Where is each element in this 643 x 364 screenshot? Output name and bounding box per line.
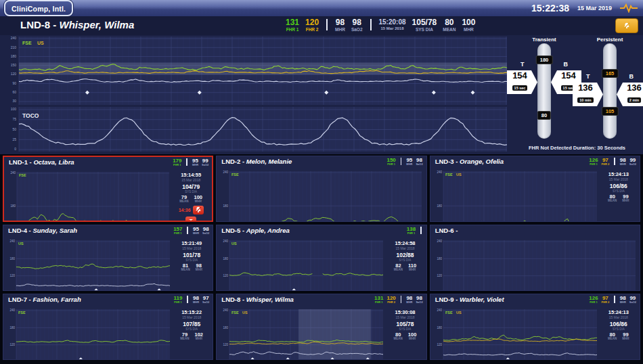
vital-mean: 82MEAN [394, 263, 403, 272]
svg-text:60: 60 [12, 90, 16, 94]
transient-title: Transient [511, 37, 577, 43]
svg-text:120: 120 [9, 274, 15, 277]
blood-pressure-label: SYS DIA [185, 190, 197, 194]
vitals-divider [186, 158, 187, 166]
svg-text:US: US [242, 311, 248, 315]
svg-text:120: 120 [9, 343, 15, 346]
patient-panel-lnd-5[interactable]: LND-5 - Apple, Andrea 138FHR 1 240180120… [216, 225, 426, 291]
patient-name: Whisper, Wilma [60, 19, 135, 30]
vital-mean: 80MEAN [394, 332, 403, 341]
svg-text:180: 180 [11, 54, 17, 58]
persistent-b-pointer[interactable]: 1362 min [617, 83, 643, 106]
alert-time: 14:36 [179, 208, 191, 212]
vitals-divider [370, 19, 372, 30]
patient-panel-lnd-1[interactable]: LND-1 - Octava, Libra 179FHR 195MHR99SaO… [3, 156, 213, 222]
panel-vitals: 126FHR 197FHR 298MHR99SaO2 [589, 296, 636, 304]
persistent-high-limit[interactable]: 165 [602, 69, 619, 78]
panel-vitals: 157FHR 195MHR98SaO2 [173, 227, 209, 235]
panel-header: LND-5 - Apple, Andrea 138FHR 1 [217, 225, 426, 238]
last-reading-time: 15:15:22 [181, 309, 202, 315]
panel-chart: 24018012060100500FSETOCO [5, 308, 172, 360]
title-separator: - [50, 19, 59, 30]
panel-title: LND-2 - Melon, Melanie [221, 158, 292, 165]
panel-chart: 24018012060100500USTOCO [218, 239, 385, 291]
vital-mean: 80MEAN [608, 194, 617, 203]
transient-low-limit[interactable]: 80 [537, 111, 551, 120]
persistent-limit-bar [603, 43, 617, 139]
vital-sao2: 97SaO2 [202, 296, 209, 304]
vital-sao2: 98SaO2 [351, 18, 363, 32]
main-trend-chart[interactable]: 2402101801501209060301007550250FSEUSTOCO [0, 35, 511, 154]
patient-panel-lnd-7[interactable]: LND-7 - Fashion, Farrah 119FHR 198MHR97S… [3, 294, 213, 360]
vitals-divider [401, 158, 402, 165]
svg-text:240: 240 [10, 171, 16, 175]
persistent-t-pointer[interactable]: 13610 min [573, 83, 603, 106]
vitals-divider [187, 227, 188, 234]
svg-text:50: 50 [12, 127, 16, 131]
svg-text:240: 240 [223, 170, 229, 174]
panel-chart: 24018012060100500USTOCO [5, 239, 172, 291]
persistent-b-label: B [629, 73, 634, 80]
vital-fhr-1: 150FHR 1 [386, 158, 395, 166]
persistent-title: Persistent [577, 37, 643, 43]
panel-info: 15:30:0815 Mar 2018105/78SYS DIA80MEAN10… [385, 308, 424, 360]
panel-info: 15:14:5515 Mar 2018104/79SYS DIA79MEAN10… [171, 170, 210, 222]
transient-high-limit[interactable]: 180 [536, 55, 553, 64]
clock: 15:22:38 [531, 3, 569, 14]
patient-panel-lnd-4[interactable]: LND-4 - Sunday, Sarah 157FHR 195MHR98SaO… [3, 225, 213, 291]
patient-header: LND-8 - Whisper, Wilma 131FHR 1120FHR 29… [0, 16, 643, 35]
patient-grid: LND-1 - Octava, Libra 179FHR 195MHR99SaO… [0, 154, 643, 364]
alarm-silence-button[interactable] [193, 206, 204, 214]
panel-vitals: 150FHR 195MHR98SaO2 [386, 158, 422, 166]
vital-fhr-2: 97FHR 2 [602, 158, 610, 166]
persistent-t-value: 136 [575, 84, 596, 92]
blood-pressure-label: SYS DIA [399, 327, 412, 331]
toco-button[interactable]: T [185, 217, 196, 222]
last-reading-date: 15 Mar 2018 [395, 315, 414, 319]
panel-title: LND-1 - Octava, Libra [9, 158, 74, 166]
logo[interactable]: CliniComp, Intl. [4, 0, 73, 16]
vital-sao2: 98SaO2 [416, 158, 422, 166]
vital-mhr: 98MHR [196, 263, 202, 272]
blood-pressure-label: SYS DIA [185, 327, 198, 331]
patient-panel-lnd-3[interactable]: LND-3 - Orange, Ofelia 126FHR 197FHR 298… [430, 156, 640, 222]
svg-text:120: 120 [437, 274, 442, 277]
svg-text:FSE: FSE [445, 173, 453, 177]
panel-header: LND-8 - Whisper, Wilma 131FHR 1120FHR 29… [217, 294, 426, 307]
vital-fhr-2: 97FHR 2 [602, 296, 610, 304]
vital-mhr: 99MHR [622, 332, 629, 341]
last-reading-date: 15 Mar 2018 [182, 246, 201, 250]
vital-mean: 79MEAN [180, 332, 189, 341]
vitals-divider [420, 227, 422, 234]
blood-pressure-value: 104/79 [182, 183, 200, 190]
patient-panel-lnd-9[interactable]: LND-9 - Warbler, Violet 126FHR 197FHR 29… [430, 294, 640, 360]
vital-sys-dia: 105/78SYS DIA [412, 18, 437, 32]
alarm-silence-button[interactable] [615, 18, 638, 33]
panel-header: LND-2 - Melon, Melanie 150FHR 195MHR98Sa… [217, 156, 426, 169]
vital-mean: 80MEAN [443, 18, 456, 32]
svg-text:240: 240 [9, 240, 15, 243]
vital-fhr-1: 126FHR 1 [589, 158, 598, 166]
vital-sao2: 99SaO2 [202, 158, 208, 167]
vital-fhr-1: 131FHR 1 [374, 296, 383, 304]
persistent-low-limit[interactable]: 105 [602, 107, 619, 116]
vital-fhr-2: 120FHR 2 [305, 18, 319, 32]
panel-title: LND-9 - Warbler, Violet [435, 296, 504, 303]
vital-mhr: 100MHR [194, 195, 203, 204]
svg-text:180: 180 [223, 257, 229, 260]
transient-t-pointer[interactable]: 15415 sec [507, 70, 537, 94]
svg-text:240: 240 [9, 309, 15, 312]
alarm-silenced-icon [194, 206, 202, 213]
patient-panel-lnd-6[interactable]: LND-6 - 24018012060100500 [430, 225, 640, 291]
patient-panel-lnd-2[interactable]: LND-2 - Melon, Melanie 150FHR 195MHR98Sa… [216, 156, 426, 222]
panel-vitals: 131FHR 1120FHR 298MHR98SaO2 [374, 296, 423, 304]
patient-panel-lnd-8[interactable]: LND-8 - Whisper, Wilma 131FHR 1120FHR 29… [216, 294, 426, 360]
persistent-limits: Persistent 165 105 T B 13610 min 1362 mi… [577, 35, 643, 154]
vital-sao2: 99SaO2 [629, 158, 636, 166]
vital-mhr: 99MHR [622, 194, 629, 203]
app-window: CliniComp, Intl. 15:22:38 15 Mar 2019 LN… [0, 0, 643, 364]
svg-text:FSE: FSE [231, 311, 239, 315]
svg-text:180: 180 [223, 204, 229, 208]
svg-text:120: 120 [437, 343, 442, 346]
panel-chart: 24018012060100500FSEUSTOCO [432, 308, 599, 360]
